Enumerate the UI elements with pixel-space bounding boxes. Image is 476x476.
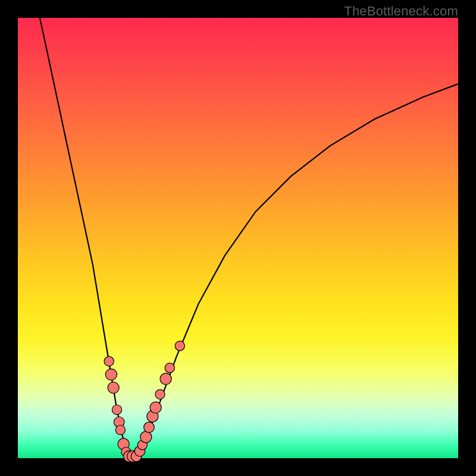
data-point <box>150 402 161 413</box>
data-point <box>105 369 117 380</box>
data-point <box>155 390 165 399</box>
data-point <box>104 356 114 366</box>
data-point <box>144 422 155 433</box>
watermark-text: TheBottleneck.com <box>344 4 458 19</box>
data-point <box>165 363 174 372</box>
plot-area <box>18 18 458 458</box>
data-point <box>175 341 184 350</box>
chart-frame: TheBottleneck.com <box>0 0 476 476</box>
data-point <box>140 431 152 443</box>
data-point <box>115 425 125 435</box>
data-point <box>112 405 121 415</box>
data-point <box>108 382 119 393</box>
data-point <box>160 373 171 384</box>
data-point-group <box>104 341 184 462</box>
chart-svg <box>18 18 458 458</box>
bottleneck-curve <box>40 18 458 456</box>
